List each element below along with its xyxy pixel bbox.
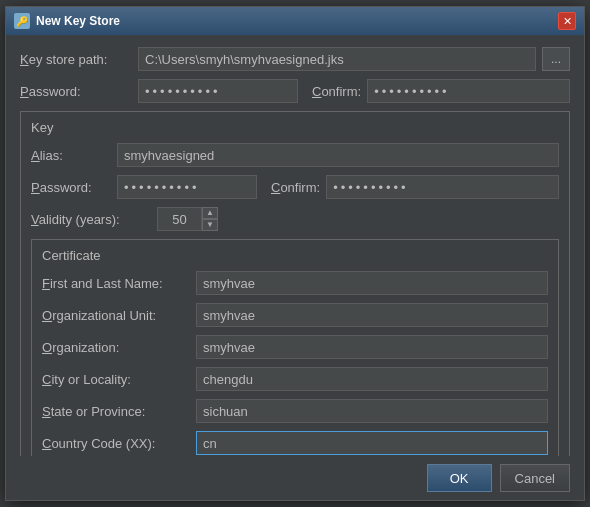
org-unit-label: Organizational Unit:: [42, 308, 190, 323]
key-section-title: Key: [31, 120, 559, 135]
key-password-label: Password:: [31, 180, 111, 195]
org-unit-row: Organizational Unit:: [42, 303, 548, 327]
spinner-down-button[interactable]: ▼: [202, 219, 218, 231]
top-password-row: Password: Confirm:: [20, 79, 570, 103]
first-last-row: First and Last Name:: [42, 271, 548, 295]
city-row: City or Locality:: [42, 367, 548, 391]
city-label: City or Locality:: [42, 372, 190, 387]
org-label: Organization:: [42, 340, 190, 355]
top-confirm-label: Confirm:: [312, 84, 361, 99]
state-row: State or Province:: [42, 399, 548, 423]
key-store-path-label: Key store path:: [20, 52, 132, 67]
new-key-store-dialog: 🔑 New Key Store ✕ Key store path: ... Pa…: [5, 6, 585, 501]
key-store-path-row: Key store path: ...: [20, 47, 570, 71]
validity-spinner: ▲ ▼: [157, 207, 218, 231]
top-password-label: Password:: [20, 84, 132, 99]
country-label: Country Code (XX):: [42, 436, 190, 451]
close-button[interactable]: ✕: [558, 12, 576, 30]
key-confirm-input[interactable]: [326, 175, 559, 199]
top-confirm-input[interactable]: [367, 79, 570, 103]
key-section: Key Alias: Password: Confirm: Validity (…: [20, 111, 570, 456]
ok-button[interactable]: OK: [427, 464, 492, 492]
country-input[interactable]: [196, 431, 548, 455]
city-input[interactable]: [196, 367, 548, 391]
validity-label: Validity (years):: [31, 212, 151, 227]
dialog-footer: OK Cancel: [6, 456, 584, 500]
cert-section-title: Certificate: [42, 248, 548, 263]
first-last-input[interactable]: [196, 271, 548, 295]
first-last-label: First and Last Name:: [42, 276, 190, 291]
org-input[interactable]: [196, 335, 548, 359]
title-bar: 🔑 New Key Store ✕: [6, 7, 584, 35]
key-password-row: Password: Confirm:: [31, 175, 559, 199]
alias-row: Alias:: [31, 143, 559, 167]
validity-input[interactable]: [157, 207, 202, 231]
state-input[interactable]: [196, 399, 548, 423]
alias-label: Alias:: [31, 148, 111, 163]
validity-row: Validity (years): ▲ ▼: [31, 207, 559, 231]
dialog-title: New Key Store: [36, 14, 552, 28]
dialog-icon: 🔑: [14, 13, 30, 29]
org-unit-input[interactable]: [196, 303, 548, 327]
dialog-body: Key store path: ... Password: Confirm: K…: [6, 35, 584, 456]
key-confirm-label: Confirm:: [271, 180, 320, 195]
key-password-input[interactable]: [117, 175, 257, 199]
country-row: Country Code (XX):: [42, 431, 548, 455]
certificate-section: Certificate First and Last Name: Organiz…: [31, 239, 559, 456]
state-label: State or Province:: [42, 404, 190, 419]
org-row: Organization:: [42, 335, 548, 359]
cancel-button[interactable]: Cancel: [500, 464, 570, 492]
top-password-input[interactable]: [138, 79, 298, 103]
key-store-path-input[interactable]: [138, 47, 536, 71]
spinner-buttons: ▲ ▼: [202, 207, 218, 231]
alias-input[interactable]: [117, 143, 559, 167]
browse-button[interactable]: ...: [542, 47, 570, 71]
spinner-up-button[interactable]: ▲: [202, 207, 218, 219]
